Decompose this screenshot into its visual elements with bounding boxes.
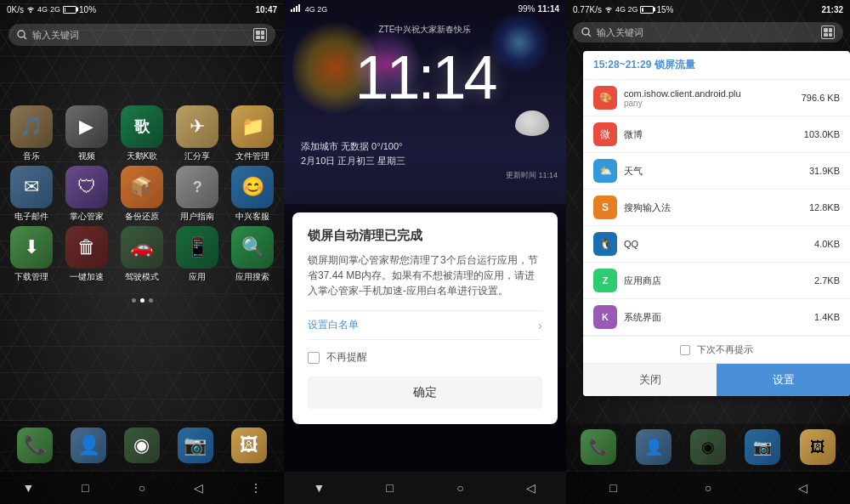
panel-datausage: 0.77K/s 4G 2G 15% 21:32 [566,0,850,504]
data-set-button[interactable]: 设置 [717,364,850,396]
app-share[interactable]: ✈ 汇分享 [172,105,224,162]
dock-gallery-icon: 🖼 [231,428,267,463]
search-input[interactable] [32,30,248,40]
dot-2[interactable] [140,298,144,303]
app-email[interactable]: ✉ 电子邮件 [5,166,57,223]
app-drive-label: 驾驶模式 [125,271,159,283]
data-popup-title: 15:28~21:29 锁屏流量 [583,51,850,80]
nav-circle-ls[interactable]: ○ [452,479,469,496]
qr-icon[interactable] [253,28,267,42]
app-zte[interactable]: 😊 中兴客服 [227,166,279,223]
status-left: 0K/s 4G 2G 10% [7,5,96,14]
clock: 10:47 [255,5,277,14]
status-bar-home: 0K/s 4G 2G 10% 10:47 [0,0,284,19]
data-app-ishow-icon: 🎨 [593,86,617,110]
p3-battery-percent: 15% [656,5,673,14]
dialog-checkbox[interactable] [308,352,320,364]
nav-square-ls[interactable]: □ [382,479,399,496]
app-files-icon: 📁 [231,105,274,148]
weather-icon [515,110,549,136]
app-appsearch[interactable]: 🔍 应用搜索 [227,226,279,283]
p3-search-bar[interactable] [573,22,843,42]
data-row-qq: 🐧 QQ 4.0KB [583,226,850,263]
p3-nav-square[interactable]: □ [605,479,622,496]
app-files[interactable]: 📁 文件管理 [227,105,279,162]
app-tianque-label: 天鹅K歌 [127,150,158,162]
app-download[interactable]: ⬇ 下载管理 [5,226,57,283]
app-zte-icon: 😊 [231,166,274,208]
app-guardian[interactable]: 🛡 掌心管家 [60,166,112,223]
app-onekey[interactable]: 🗑 一键加速 [60,226,112,283]
app-files-label: 文件管理 [235,150,269,162]
app-video-icon: ▶ [65,105,108,148]
data-no-remind-row: 下次不再提示 [583,336,850,363]
p3-nav-back[interactable]: ◁ [794,479,811,496]
network-speed: 0K/s [7,5,24,14]
nav-menu[interactable]: ⋮ [247,479,264,496]
app-backup-label: 备份还原 [125,211,159,223]
dock-gallery[interactable]: 🖼 [231,428,267,463]
p3-qr-icon[interactable] [821,25,835,39]
data-usage-systemui: 1.4KB [814,312,840,322]
dock-camera-front[interactable]: ◉ [124,428,160,463]
data-no-remind-checkbox[interactable] [680,345,690,355]
svg-point-6 [582,28,589,35]
p3-nav-circle[interactable]: ○ [700,479,717,496]
p3-battery-fill [642,8,643,12]
dock-camera[interactable]: 📷 [178,428,213,463]
app-userguide-icon: ? [176,166,218,208]
data-app-ishow-name: com.ishow.client.android.plu pany [624,88,795,108]
app-drive[interactable]: 🚗 驾驶模式 [116,226,167,283]
data-close-button[interactable]: 关闭 [583,364,717,396]
dock-phone-icon: 📞 [17,428,53,463]
p3-clock: 21:32 [821,5,843,14]
app-music[interactable]: 🎵 音乐 [5,105,57,162]
app-share-icon: ✈ [176,105,218,148]
p3-search-icon [581,27,592,37]
p3-status-left: 0.77K/s 4G 2G 15% [573,5,673,14]
p3-status-right: 21:32 [821,5,843,14]
app-userguide[interactable]: ? 用户指南 [172,166,224,223]
p3-dock-gallery[interactable]: 🖼 [800,429,836,465]
data-app-weather-icon: ⛅ [593,159,617,183]
p3-search-input[interactable] [597,27,816,37]
nav-down[interactable]: ▼ [20,479,37,496]
nav-down-ls[interactable]: ▼ [311,479,328,496]
nav-circle[interactable]: ○ [133,479,150,496]
app-apps-icon: 📱 [176,226,218,269]
battery-indicator [63,6,76,14]
nav-square[interactable]: □ [76,479,94,496]
dialog-whitelist-link[interactable]: 设置白名单 › [308,310,542,340]
data-app-systemui-name: 系统界面 [624,311,808,324]
ls-network: 4G 2G [305,5,328,14]
p3-dock-phone[interactable]: 📞 [581,429,616,465]
p3-dock-contacts[interactable]: 👤 [636,429,672,465]
nav-bar-datausage: □ ○ ◁ [566,472,850,504]
app-share-label: 汇分享 [184,150,210,162]
app-onekey-label: 一键加速 [70,271,104,283]
nav-bar-home: ▼ □ ○ ◁ ⋮ [0,472,284,504]
p3-dock-camera-front[interactable]: ◉ [690,429,726,465]
app-grid: 🎵 音乐 ▶ 视频 歌 天鹅K歌 ✈ 汇分享 📁 文件管理 ✉ 电子邮件 🛡 掌… [0,97,284,292]
nav-back[interactable]: ◁ [190,479,207,496]
dot-1[interactable] [132,298,136,303]
dock-phone[interactable]: 📞 [17,428,53,463]
data-row-systemui: K 系统界面 1.4KB [583,299,850,336]
app-tianque[interactable]: 歌 天鹅K歌 [116,105,167,162]
search-bar[interactable] [8,24,275,46]
data-row-sougou: S 搜狗输入法 12.8KB [583,190,850,226]
app-backup[interactable]: 📦 备份还原 [116,166,167,223]
dot-3[interactable] [149,298,153,303]
dialog-confirm-button[interactable]: 确定 [308,377,542,409]
ls-update-time: 更新时间 11:14 [506,170,558,181]
p3-dock-camera[interactable]: 📷 [745,429,780,465]
app-video[interactable]: ▶ 视频 [60,105,112,162]
app-apps[interactable]: 📱 应用 [172,226,224,283]
nav-back-ls[interactable]: ◁ [523,479,540,496]
dialog-body: 锁屏期间掌心管家帮您清理了3个后台运行应用，节省37.44 MB内存。如果有不想… [308,252,542,298]
dock-camera-front-icon: ◉ [124,428,160,463]
dock-contacts[interactable]: 👤 [71,428,106,463]
data-usage-weather: 31.9KB [809,166,840,176]
data-usage-qq: 4.0KB [814,239,840,249]
dock-camera-icon: 📷 [178,428,213,463]
